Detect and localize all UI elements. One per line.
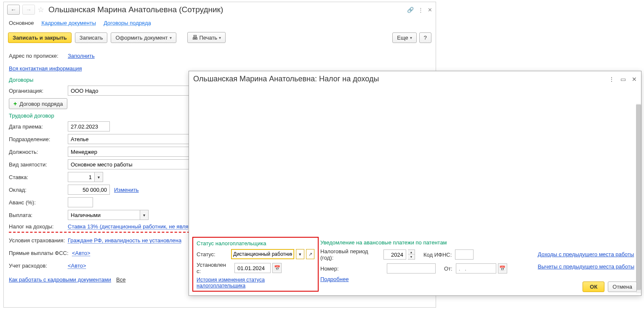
change-salary-link[interactable]: Изменить (114, 187, 139, 193)
favorite-icon[interactable]: ☆ (37, 5, 44, 14)
rate-input[interactable] (68, 172, 95, 182)
modal-close-icon[interactable]: ✕ (632, 76, 637, 83)
insurance-label: Условия страхования: (9, 237, 68, 244)
taxpayer-section-title: Статус налогоплательщика (197, 240, 314, 247)
help-button[interactable]: ? (419, 32, 431, 43)
fill-address-link[interactable]: Заполнить (68, 53, 95, 59)
tax-period-label: Налоговый период (год): (320, 248, 380, 261)
position-label: Должность: (9, 149, 68, 155)
save-close-button[interactable]: Записать и закрыть (8, 32, 72, 43)
forward-button[interactable]: → (22, 5, 35, 15)
insurance-link[interactable]: Граждане РФ, инвалидность не установлена (68, 237, 181, 244)
address-label: Адрес по прописке: (9, 53, 68, 59)
back-button[interactable]: ← (7, 5, 20, 15)
toolbar: Записать и закрыть Записать Оформить док… (4, 30, 436, 47)
rate-label: Ставка: (9, 174, 68, 180)
page-title: Ольшанская Марина Анатольевна (Сотрудник… (48, 5, 223, 14)
cancel-button[interactable]: Отмена (608, 282, 637, 292)
tab-main[interactable]: Основное (9, 20, 34, 26)
org-label: Организация: (9, 88, 68, 94)
save-button[interactable]: Записать (75, 32, 108, 43)
from-date-input[interactable] (456, 263, 496, 273)
status-open-button[interactable]: ↗ (306, 249, 314, 259)
chevron-down-icon: ▾ (170, 35, 172, 40)
add-contract-label: Договор подряда (19, 101, 63, 107)
status-dropdown-button[interactable]: ▾ (296, 249, 304, 259)
position-input[interactable] (68, 147, 190, 157)
rate-dropdown-button[interactable]: ▾ (95, 172, 103, 182)
employment-label: Вид занятости: (9, 161, 68, 168)
add-contract-button[interactable]: + Договор подряда (9, 98, 67, 109)
from-label: От: (444, 265, 452, 272)
expenses-link[interactable]: <Авто> (68, 263, 86, 269)
income-tax-dialog: Ольшанская Марина Анатольевна: Налог на … (189, 71, 641, 296)
close-icon[interactable]: ✕ (428, 7, 432, 13)
chevron-down-icon: ▾ (410, 35, 412, 40)
footer-all-link[interactable]: Все (116, 276, 125, 283)
more-button[interactable]: Еще ▾ (392, 32, 416, 43)
payment-label: Выплата: (9, 212, 68, 218)
hire-date-input[interactable] (68, 121, 110, 131)
advance-label: Аванс (%): (9, 199, 68, 206)
status-history-link[interactable]: История изменения статуса налогоплательщ… (197, 277, 314, 289)
org-input[interactable] (68, 86, 190, 96)
modal-maximize-icon[interactable]: ▭ (620, 76, 626, 83)
set-from-label: Установлен с: (197, 262, 231, 274)
salary-label: Оклад: (9, 187, 68, 193)
tax-period-input[interactable] (383, 249, 406, 260)
tab-contracts[interactable]: Договоры подряда (104, 20, 151, 26)
more-label: Еще (397, 35, 408, 41)
dept-input[interactable] (68, 134, 190, 144)
dept-label: Подразделение: (9, 136, 68, 142)
modal-kebab-icon[interactable]: ⋮ (609, 76, 615, 83)
tax-label: Налог на доходы: (9, 223, 68, 230)
link-icon[interactable]: 🔗 (407, 7, 414, 13)
calendar-icon[interactable]: 📅 (272, 263, 282, 273)
number-input[interactable] (387, 263, 436, 273)
more-details-link[interactable]: Подробнее (320, 276, 349, 282)
tab-hr-docs[interactable]: Кадровые документы (42, 20, 96, 26)
modal-title: Ольшанская Марина Анатольевна: Налог на … (193, 75, 379, 83)
tax-period-spinner[interactable]: ▲▼ (408, 249, 415, 260)
titlebar: ← → ☆ Ольшанская Марина Анатольевна (Сот… (4, 2, 436, 17)
tab-bar: Основное Кадровые документы Договоры под… (4, 17, 436, 30)
all-contact-link[interactable]: Вся контактная информация (9, 65, 82, 72)
prev-income-link[interactable]: Доходы с предыдущего места работы (538, 251, 634, 257)
create-doc-button[interactable]: Оформить документ ▾ (111, 32, 176, 43)
set-from-input[interactable] (234, 263, 271, 273)
modal-titlebar: Ольшанская Марина Анатольевна: Налог на … (189, 71, 641, 87)
number-label: Номер: (320, 265, 341, 272)
employment-input[interactable] (68, 159, 190, 169)
ifns-label: Код ИФНС: (423, 252, 452, 258)
print-label: Печать (200, 35, 218, 41)
print-icon (192, 34, 198, 41)
status-label: Статус: (197, 251, 228, 257)
create-doc-label: Оформить документ (115, 35, 168, 41)
from-calendar-icon[interactable]: 📅 (498, 263, 507, 273)
print-button[interactable]: Печать ▾ (187, 32, 226, 43)
payment-input[interactable] (68, 210, 140, 220)
patent-notice-section-title: Уведомление на авансовые платежи по пате… (320, 239, 640, 246)
howto-link[interactable]: Как работать с кадровыми документами (9, 276, 111, 283)
plus-icon: + (13, 100, 17, 107)
status-input[interactable] (231, 249, 294, 259)
ifns-input[interactable] (455, 249, 474, 260)
fss-link[interactable]: <Авто> (72, 250, 90, 256)
fss-label: Прямые выплаты ФСС: (9, 250, 72, 256)
modal-scrollbar[interactable] (636, 104, 641, 293)
ok-button[interactable]: ОК (583, 282, 604, 292)
expenses-label: Учет расходов: (9, 263, 68, 269)
tax-link[interactable]: Ставка 13% (дистанционный работник, не я… (68, 223, 189, 230)
kebab-icon[interactable]: ⋮ (418, 7, 423, 13)
payment-dropdown-button[interactable]: ▾ (140, 210, 149, 220)
hire-date-label: Дата приема: (9, 123, 68, 130)
advance-input[interactable] (68, 197, 93, 207)
chevron-down-icon: ▾ (219, 35, 221, 40)
scrollbar-thumb[interactable] (636, 105, 641, 290)
taxpayer-status-highlight: Статус налогоплательщика Статус: ▾ ↗ Уст… (192, 237, 319, 292)
prev-deductions-link[interactable]: Вычеты с предыдущего места работы (538, 263, 634, 270)
salary-input[interactable] (68, 185, 110, 195)
